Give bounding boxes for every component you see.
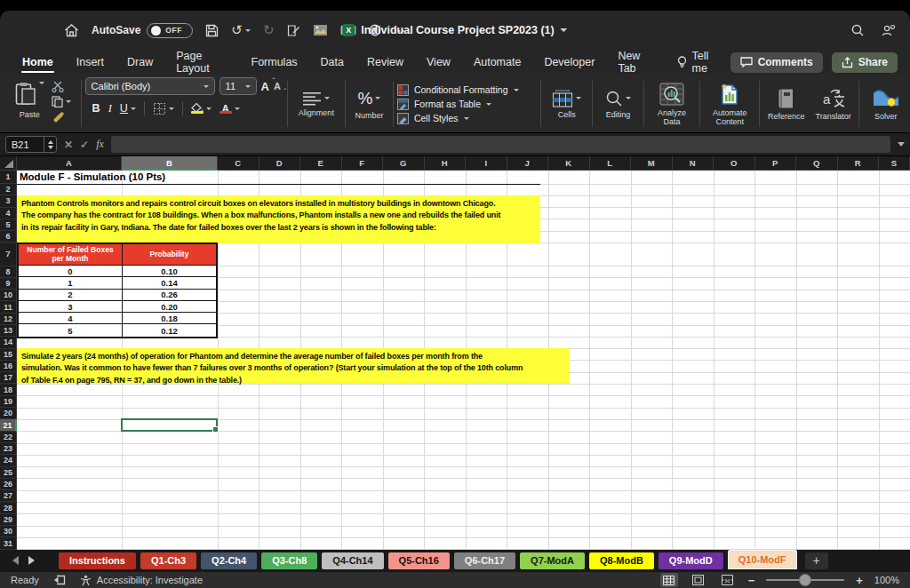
zoom-out-button[interactable]: − <box>748 574 755 587</box>
menu-tab-data[interactable]: Data <box>309 50 355 75</box>
column-header-h[interactable]: H <box>425 156 467 171</box>
row-header-21[interactable]: 21 <box>0 419 17 431</box>
autosave-toggle[interactable]: OFF <box>147 23 193 38</box>
format-painter-button[interactable] <box>52 111 65 123</box>
page-layout-view-button[interactable] <box>690 573 707 587</box>
table-cell[interactable]: 0.26 <box>123 290 216 301</box>
editing-group[interactable]: Editing <box>596 77 640 131</box>
fill-color-button[interactable] <box>191 103 212 114</box>
increase-font-button[interactable]: Aˆ <box>261 80 269 93</box>
column-header-b[interactable]: B <box>122 156 218 171</box>
accessibility-status[interactable]: Accessibility: Investigate <box>80 575 203 586</box>
row-header-9[interactable]: 9 <box>0 278 17 290</box>
column-header-f[interactable]: F <box>342 156 384 171</box>
fill-handle[interactable] <box>212 426 219 433</box>
row-header-13[interactable]: 13 <box>0 325 17 337</box>
menu-tab-formulas[interactable]: Formulas <box>240 50 309 75</box>
font-size-select[interactable]: 11 <box>220 77 257 95</box>
column-header-i[interactable]: I <box>466 156 507 171</box>
cells-group[interactable]: Cells <box>545 77 588 131</box>
zoom-slider-knob[interactable] <box>799 574 811 586</box>
zoom-slider[interactable] <box>766 579 844 581</box>
search-icon[interactable] <box>850 23 865 37</box>
column-header-j[interactable]: J <box>507 156 549 171</box>
cell-styles-button[interactable]: Cell Styles <box>397 113 469 124</box>
row-header-15[interactable]: 15 <box>0 349 17 361</box>
paste-button[interactable]: Paste <box>12 77 48 123</box>
row-header-20[interactable]: 20 <box>0 408 17 419</box>
add-sheet-button[interactable]: + <box>805 552 828 569</box>
font-color-button[interactable]: A <box>220 104 240 114</box>
menu-tab-insert[interactable]: Insert <box>65 50 116 75</box>
row-header-2[interactable]: 2 <box>0 184 17 195</box>
row-header-7[interactable]: 7 <box>0 243 17 266</box>
column-header-n[interactable]: N <box>673 156 714 171</box>
row-header-24[interactable]: 24 <box>0 455 17 466</box>
table-cell[interactable]: 0.20 <box>123 301 216 313</box>
row-header-14[interactable]: 14 <box>0 337 17 348</box>
menu-tab-page-layout[interactable]: Page Layout <box>164 50 239 75</box>
column-header-d[interactable]: D <box>259 156 301 171</box>
share-button[interactable]: Share <box>832 52 898 73</box>
column-header-o[interactable]: O <box>714 156 755 171</box>
enter-icon[interactable]: ✓ <box>80 139 89 151</box>
select-all-corner[interactable] <box>0 156 17 171</box>
row-header-18[interactable]: 18 <box>0 385 17 396</box>
menu-tab-home[interactable]: Home <box>11 50 65 75</box>
cancel-icon[interactable]: ✕ <box>64 139 73 151</box>
sheet-tab-q8-modb[interactable]: Q8-ModB <box>589 552 654 569</box>
row-header-3[interactable]: 3 <box>0 195 17 207</box>
table-cell[interactable]: 0.12 <box>123 324 216 336</box>
sheet-tab-instructions[interactable]: Instructions <box>59 552 136 569</box>
cells-area[interactable]: Module F - Simulation (10 Pts) Phantom C… <box>17 171 910 550</box>
alignment-group[interactable]: Alignment <box>291 77 341 131</box>
row-header-30[interactable]: 30 <box>0 526 17 537</box>
sheet-tab-q2-ch4[interactable]: Q2-Ch4 <box>201 552 257 569</box>
copy-button[interactable] <box>52 96 71 107</box>
menu-tab-automate[interactable]: Automate <box>462 50 533 75</box>
row-header-28[interactable]: 28 <box>0 503 17 514</box>
account-icon[interactable] <box>881 23 896 37</box>
table-cell[interactable]: 5 <box>19 324 123 336</box>
row-header-12[interactable]: 12 <box>0 314 17 325</box>
analyze-data-group[interactable]: Analyze Data <box>648 77 696 131</box>
row-header-11[interactable]: 11 <box>0 301 17 313</box>
menu-tab-view[interactable]: View <box>415 50 462 75</box>
solver-group[interactable]: Solver <box>863 77 908 131</box>
row-header-27[interactable]: 27 <box>0 490 17 502</box>
cut-button[interactable] <box>52 81 64 92</box>
table-cell[interactable]: 1 <box>19 277 123 289</box>
sheet-tab-q10-modf[interactable]: Q10-ModF <box>728 550 797 569</box>
decrease-font-button[interactable]: Aˇ <box>274 81 281 91</box>
italic-button[interactable]: I <box>108 102 112 115</box>
share-sheet-icon[interactable] <box>287 24 300 37</box>
row-header-5[interactable]: 5 <box>0 219 17 231</box>
bold-button[interactable]: B <box>92 102 100 115</box>
sheet-tab-q1-ch3[interactable]: Q1-Ch3 <box>140 552 196 569</box>
sheet-tab-q5-ch16[interactable]: Q5-Ch16 <box>388 552 450 569</box>
row-header-29[interactable]: 29 <box>0 514 17 526</box>
picture-icon[interactable] <box>313 24 328 36</box>
formula-input[interactable] <box>111 136 890 153</box>
reference-button[interactable]: Reference <box>768 88 805 121</box>
row-header-16[interactable]: 16 <box>0 361 17 372</box>
document-title[interactable]: Individual Course Project SP2023 (1) <box>361 24 554 36</box>
underline-button[interactable]: U <box>120 102 136 115</box>
row-header-17[interactable]: 17 <box>0 372 17 384</box>
zoom-in-button[interactable]: + <box>856 574 863 587</box>
name-box[interactable]: B21 <box>5 136 57 153</box>
zoom-percent[interactable]: 100% <box>874 575 899 585</box>
row-header-23[interactable]: 23 <box>0 443 17 455</box>
row-header-31[interactable]: 31 <box>0 537 17 549</box>
sheet-tab-q6-ch17[interactable]: Q6-Ch17 <box>454 552 515 569</box>
column-header-s[interactable]: S <box>879 156 910 171</box>
automate-content-group[interactable]: Automate Content <box>704 77 755 131</box>
menu-tab-review[interactable]: Review <box>355 50 415 75</box>
menu-tab-tell-me[interactable]: Tell me <box>666 50 730 75</box>
column-header-c[interactable]: C <box>218 156 259 171</box>
insert-function-icon[interactable]: fx <box>96 138 104 151</box>
column-header-g[interactable]: G <box>383 156 425 171</box>
page-break-view-button[interactable] <box>719 573 737 587</box>
redo-icon[interactable]: ↻ <box>263 22 275 38</box>
table-cell[interactable]: 0.18 <box>123 313 216 324</box>
